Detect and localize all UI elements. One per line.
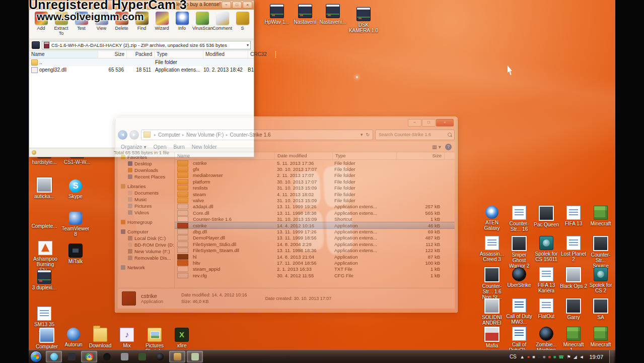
taskbar-app-button[interactable] — [187, 351, 203, 362]
chevron-down-icon[interactable]: ▾ — [247, 43, 249, 47]
explorer-file-row[interactable]: DemoPlayer.dll 13. 11. 1999 18:56 Applic… — [175, 235, 455, 241]
column-header-date[interactable]: Date modified — [275, 152, 333, 159]
column-header-type[interactable]: Type — [333, 152, 397, 159]
desktop-icon[interactable]: Counter-Str... 16 — [506, 206, 533, 232]
winrar-toolbar-button[interactable]: Delete — [112, 11, 131, 38]
winrar-toolbar-button[interactable]: Comment — [212, 11, 232, 38]
explorer-file-row[interactable]: platform 30. 10. 2013 17:07 File folder — [175, 178, 455, 185]
desktop-icon[interactable]: xfire — [169, 328, 195, 348]
desktop-icon[interactable]: Assassin... Creed 3 — [478, 236, 506, 262]
winrar-toolbar-button[interactable]: Find — [132, 11, 152, 38]
desktop-icon[interactable]: FIFA 13 Kariéra — [533, 267, 560, 293]
winrar-toolbar-button[interactable]: Extract To — [51, 11, 71, 38]
nav-item[interactable]: Libraries — [118, 183, 174, 190]
desktop-icon[interactable]: Black Ops 2 — [560, 267, 587, 289]
winrar-toolbar-button[interactable]: VirusScan — [192, 11, 212, 38]
explorer-file-row[interactable]: rev.cfg 30. 4. 2012 11:55 CFG File 1 kB — [175, 272, 455, 278]
views-icon[interactable]: ▦ ▾ — [432, 144, 441, 150]
nav-item[interactable]: Downloads — [118, 167, 174, 173]
desktop-icon[interactable]: SA — [587, 298, 614, 320]
minimize-button[interactable]: − — [222, 2, 231, 9]
explorer-file-row[interactable]: gfx 30. 10. 2013 17:07 File folder — [175, 166, 455, 172]
desktop-icon[interactable]: Lost Planet 2 — [560, 236, 587, 262]
column-header-size[interactable]: Size — [397, 152, 445, 159]
desktop-icon[interactable]: Spolek for CS 2 — [587, 267, 614, 293]
taskbar-app-button[interactable] — [152, 351, 168, 362]
tray-icon[interactable]: ■ — [538, 354, 540, 359]
show-desktop-button[interactable] — [609, 350, 614, 363]
winrar-toolbar-button[interactable]: Test — [71, 11, 91, 38]
archive-file-row[interactable]: .. File folder — [29, 58, 254, 66]
desktop-icon[interactable]: Minecraft 1... — [560, 327, 587, 353]
nav-item[interactable]: Homegroup — [118, 219, 174, 225]
desktop-icon[interactable]: Garry — [560, 298, 587, 320]
explorer-file-row[interactable]: Core.dll 13. 11. 1998 18:38 Application … — [175, 210, 455, 216]
tray-icon[interactable]: ■ — [543, 354, 545, 359]
explorer-file-row[interactable]: FileSystem_Steam.dll 13. 11. 1998 18:36 … — [175, 247, 455, 253]
nav-item[interactable]: BD-ROM Drive (D:) — [118, 241, 174, 248]
nav-item[interactable]: Favorites — [118, 154, 174, 160]
close-button[interactable]: × — [243, 2, 252, 9]
taskbar-app-button[interactable] — [169, 351, 185, 362]
desktop-icon[interactable]: Minecraft — [587, 206, 614, 226]
language-indicator[interactable]: CS — [510, 354, 517, 359]
desktop-icon[interactable]: Call of Duty(2)... — [506, 327, 533, 353]
taskbar-clock[interactable]: 19:07 — [589, 354, 603, 360]
column-header-name[interactable]: Name — [29, 51, 98, 58]
taskbar-app-button[interactable] — [81, 351, 97, 362]
refresh-icon[interactable]: ↻ — [365, 132, 371, 137]
nav-item[interactable]: Documents — [118, 190, 174, 196]
desktop-icon[interactable]: Pac Queen — [533, 206, 560, 227]
column-header-size[interactable]: Size — [98, 51, 127, 58]
explorer-file-row[interactable]: dbg.dll 13. 11. 1999 17:26 Application e… — [175, 228, 455, 234]
winrar-toolbar-button[interactable]: Info — [172, 11, 192, 38]
search-input[interactable] — [378, 132, 448, 138]
nav-item[interactable]: Network — [118, 264, 174, 271]
desktop-icon[interactable]: Nastavení — [291, 4, 319, 25]
desktop-icon[interactable]: HpWav 1... — [263, 4, 291, 25]
desktop-icon[interactable]: DSK KAMERA 1.0 — [347, 7, 380, 33]
organize-button[interactable]: Organize ▾ — [121, 144, 147, 150]
column-header-crc32[interactable]: CRC32 — [248, 51, 276, 58]
close-button[interactable]: × — [436, 119, 454, 127]
explorer-file-row[interactable]: hl 14. 8. 2013 21:04 Application 87 kB — [175, 254, 455, 260]
explorer-file-row[interactable]: valve 31. 10. 2013 15:09 File folder — [175, 197, 455, 203]
help-icon[interactable]: ? — [445, 144, 452, 150]
taskbar-app-button[interactable] — [116, 351, 132, 362]
column-header-name[interactable]: Name — [175, 152, 275, 159]
nav-item[interactable]: Recent Places — [118, 173, 174, 180]
nav-item[interactable]: Videos — [118, 209, 174, 216]
breadcrumb-item[interactable]: ▸ Counter-Strike 1.6 — [225, 132, 270, 138]
tray-icon[interactable]: ◄ — [580, 354, 584, 359]
column-header-modified[interactable]: Modified — [203, 51, 248, 58]
explorer-file-row[interactable]: cstrike 14. 4. 2012 10:16 Application 46… — [175, 222, 455, 228]
desktop-icon[interactable]: Download — [87, 328, 113, 348]
desktop-icon[interactable]: Spolek for CS 15011 — [533, 236, 560, 262]
nav-item[interactable]: Removable Dis... — [118, 255, 174, 261]
desktop-icon[interactable]: Autorun — [60, 328, 87, 347]
back-button[interactable]: ◄ — [118, 130, 127, 140]
winrar-toolbar-button[interactable]: S — [233, 11, 252, 38]
nav-item[interactable]: Computer — [118, 228, 174, 235]
explorer-file-row[interactable]: steam 4. 11. 2013 18:02 File folder — [175, 191, 455, 197]
winrar-titlebar[interactable]: days left to buy a license! − □ × — [29, 1, 254, 10]
explorer-file-row[interactable]: mediabrowser 2. 11. 2013 17:07 File fold… — [175, 172, 455, 178]
desktop-icon[interactable]: Counter-Str... Source — [587, 236, 614, 269]
start-button[interactable] — [31, 351, 41, 362]
breadcrumb-item[interactable]: ▸ Computer — [153, 132, 180, 138]
desktop-icon[interactable]: ATEN Galaxy — [478, 206, 506, 231]
desktop-icon[interactable]: Mafia — [478, 327, 506, 348]
desktop-icon[interactable]: TeamViewer 8 — [61, 212, 90, 237]
desktop-icon[interactable]: FIFA 13 — [560, 206, 587, 226]
tray-icon[interactable]: ■ — [548, 354, 550, 359]
explorer-file-row[interactable]: Counter-Strike 1.6 31. 10. 2013 15:09 Sh… — [175, 216, 455, 222]
tray-icon[interactable]: ◢ — [574, 354, 577, 359]
desktop-icon[interactable]: Complete... — [30, 209, 58, 229]
new-folder-button[interactable]: New folder — [192, 144, 217, 150]
desktop-icon[interactable]: MiTalk — [61, 244, 90, 264]
tray-icon[interactable]: ● — [527, 354, 530, 359]
desktop-icon[interactable]: Nastavení... — [319, 4, 347, 25]
winrar-toolbar-button[interactable]: View — [92, 11, 111, 38]
column-header-packed[interactable]: Packed — [127, 51, 155, 58]
nav-item[interactable]: Local Disk (C:) — [118, 235, 174, 241]
